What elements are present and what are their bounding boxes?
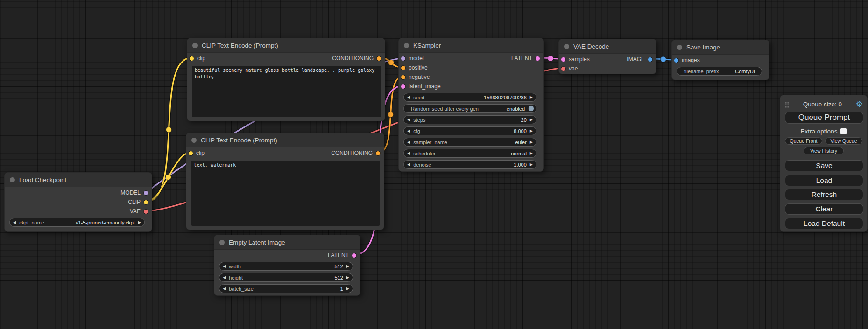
extra-options-checkbox[interactable] [840, 128, 847, 134]
node-empty-latent-image[interactable]: Empty Latent ImageLATENT◀width512▶◀heigh… [214, 235, 360, 296]
vae-slot-icon[interactable] [143, 209, 148, 214]
input-slot-images[interactable]: images [672, 57, 700, 63]
view-history-button[interactable]: View History [804, 147, 844, 154]
output-slot-MODEL[interactable]: MODEL [120, 189, 152, 196]
increment-arrow-icon[interactable]: ▶ [346, 265, 349, 268]
vae-slot-icon[interactable] [561, 66, 566, 71]
clear-button[interactable]: Clear [785, 203, 863, 215]
decrement-arrow-icon[interactable]: ◀ [407, 152, 410, 155]
latent-slot-icon[interactable] [535, 56, 540, 61]
view-queue-button[interactable]: View Queue [825, 137, 862, 145]
widget-width[interactable]: ◀width512▶ [219, 262, 353, 271]
increment-arrow-icon[interactable]: ▶ [138, 221, 141, 224]
widget-seed[interactable]: ◀seed156680208700286▶ [403, 93, 536, 102]
collapse-dot-icon[interactable] [677, 45, 682, 50]
collapse-dot-icon[interactable] [564, 44, 569, 49]
increment-arrow-icon[interactable]: ▶ [530, 96, 533, 99]
refresh-button[interactable]: Refresh [785, 189, 863, 200]
increment-arrow-icon[interactable]: ▶ [530, 129, 533, 133]
input-slot-samples[interactable]: samples [559, 56, 590, 63]
conditioning-slot-icon[interactable] [376, 56, 381, 61]
output-slot-VAE[interactable]: VAE [130, 208, 152, 215]
node-clip-text-encode-positive[interactable]: CLIP Text Encode (Prompt)clipCONDITIONIN… [187, 38, 385, 121]
node-title-bar[interactable]: Save Image [672, 40, 769, 55]
decrement-arrow-icon[interactable]: ◀ [407, 129, 410, 133]
output-slot-CLIP[interactable]: CLIP [128, 199, 152, 205]
prompt-textarea[interactable]: beautiful scenery nature glass bottle la… [192, 66, 381, 117]
decrement-arrow-icon[interactable]: ◀ [223, 265, 226, 268]
node-title-bar[interactable]: CLIP Text Encode (Prompt) [187, 38, 385, 53]
widget-denoise[interactable]: ◀denoise1.000▶ [403, 160, 536, 169]
increment-arrow-icon[interactable]: ▶ [530, 140, 533, 144]
decrement-arrow-icon[interactable]: ◀ [407, 96, 410, 99]
gear-icon[interactable]: ⚙ [856, 100, 863, 108]
node-title-bar[interactable]: CLIP Text Encode (Prompt) [186, 133, 384, 147]
decrement-arrow-icon[interactable]: ◀ [407, 163, 410, 167]
decrement-arrow-icon[interactable]: ◀ [13, 221, 16, 224]
output-slot-IMAGE[interactable]: IMAGE [627, 56, 656, 63]
latent-slot-icon[interactable] [352, 253, 357, 258]
node-title-bar[interactable]: Load Checkpoint [5, 173, 152, 187]
node-ksampler[interactable]: KSamplermodelLATENTpositivenegativelaten… [398, 38, 544, 172]
clip-slot-icon[interactable] [143, 200, 148, 205]
conditioning-slot-icon[interactable] [375, 151, 381, 156]
latent-slot-icon[interactable] [561, 57, 566, 62]
input-slot-latent_image[interactable]: latent_image [399, 83, 441, 90]
increment-arrow-icon[interactable]: ▶ [530, 152, 533, 155]
input-slot-model[interactable]: model [399, 55, 424, 62]
conditioning-slot-icon[interactable] [401, 65, 406, 70]
node-clip-text-encode-negative[interactable]: CLIP Text Encode (Prompt)clipCONDITIONIN… [186, 133, 384, 230]
node-title-bar[interactable]: Empty Latent Image [214, 235, 360, 250]
model-slot-icon[interactable] [143, 190, 148, 196]
image-slot-icon[interactable] [674, 58, 679, 63]
queue-front-button[interactable]: Queue Front [785, 137, 822, 145]
image-slot-icon[interactable] [648, 57, 653, 62]
clip-slot-icon[interactable] [189, 56, 194, 61]
increment-arrow-icon[interactable]: ▶ [346, 276, 349, 280]
widget-height[interactable]: ◀height512▶ [219, 273, 353, 282]
toggle-icon[interactable] [528, 105, 534, 112]
load-default-button[interactable]: Load Default [785, 218, 863, 229]
output-slot-LATENT[interactable]: LATENT [511, 55, 543, 62]
output-slot-LATENT[interactable]: LATENT [328, 252, 360, 259]
widget-random-seed-after-every-gen[interactable]: Random seed after every genenabled [403, 104, 536, 113]
node-title-bar[interactable]: VAE Decode [559, 39, 656, 54]
widget-filename-prefix[interactable]: filename_prefixComfyUI [677, 67, 762, 76]
collapse-dot-icon[interactable] [219, 240, 225, 245]
output-slot-CONDITIONING[interactable]: CONDITIONING [332, 55, 385, 62]
increment-arrow-icon[interactable]: ▶ [346, 287, 349, 291]
widget-sampler-name[interactable]: ◀sampler_nameeuler▶ [403, 138, 536, 147]
widget-ckpt-name[interactable]: ◀ckpt_namev1-5-pruned-emaonly.ckpt▶ [9, 218, 145, 227]
latent-slot-icon[interactable] [401, 84, 406, 89]
widget-scheduler[interactable]: ◀schedulernormal▶ [403, 149, 536, 158]
conditioning-slot-icon[interactable] [401, 75, 406, 80]
load-button[interactable]: Load [785, 175, 863, 186]
save-button[interactable]: Save [785, 160, 863, 171]
decrement-arrow-icon[interactable]: ◀ [223, 287, 226, 291]
collapse-dot-icon[interactable] [404, 43, 409, 48]
decrement-arrow-icon[interactable]: ◀ [407, 140, 410, 144]
increment-arrow-icon[interactable]: ▶ [530, 118, 533, 122]
input-slot-negative[interactable]: negative [399, 74, 430, 80]
graph-canvas[interactable]: Load CheckpointMODELCLIPVAE◀ckpt_namev1-… [0, 0, 868, 329]
collapse-dot-icon[interactable] [192, 43, 198, 48]
drag-handle-icon[interactable] [785, 102, 789, 108]
decrement-arrow-icon[interactable]: ◀ [223, 276, 226, 280]
output-slot-CONDITIONING[interactable]: CONDITIONING [331, 150, 384, 156]
input-slot-positive[interactable]: positive [399, 64, 428, 71]
node-load-checkpoint[interactable]: Load CheckpointMODELCLIPVAE◀ckpt_namev1-… [4, 172, 152, 232]
node-save-image[interactable]: Save Imageimagesfilename_prefixComfyUI [671, 40, 769, 80]
input-slot-clip[interactable]: clip [186, 150, 205, 156]
widget-cfg[interactable]: ◀cfg8.000▶ [403, 126, 536, 135]
widget-batch-size[interactable]: ◀batch_size1▶ [219, 284, 353, 293]
input-slot-vae[interactable]: vae [559, 65, 578, 72]
node-vae-decode[interactable]: VAE DecodesamplesIMAGEvae [558, 39, 656, 74]
increment-arrow-icon[interactable]: ▶ [530, 163, 533, 167]
node-title-bar[interactable]: KSampler [399, 38, 543, 53]
prompt-textarea[interactable]: text, watermark [191, 161, 380, 226]
queue-prompt-button[interactable]: Queue Prompt [785, 112, 863, 124]
clip-slot-icon[interactable] [188, 151, 193, 156]
widget-steps[interactable]: ◀steps20▶ [403, 115, 536, 124]
collapse-dot-icon[interactable] [191, 138, 197, 143]
input-slot-clip[interactable]: clip [187, 55, 205, 62]
